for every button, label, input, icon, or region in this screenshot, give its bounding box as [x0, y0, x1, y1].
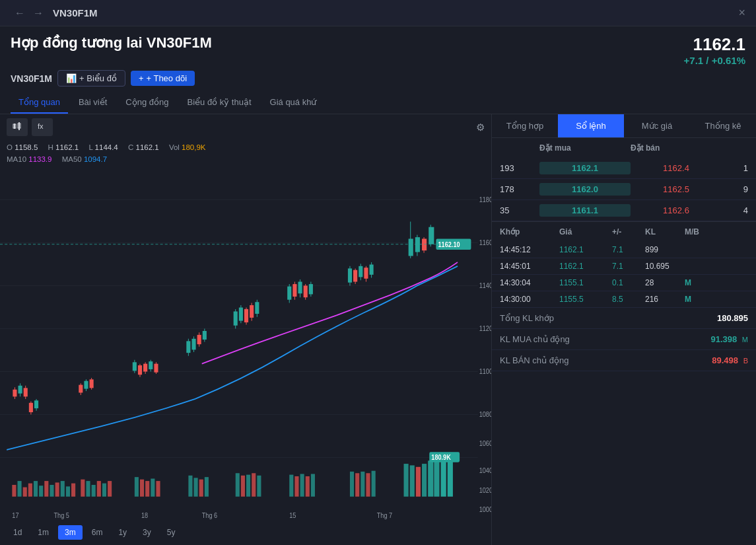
svg-text:180.9K: 180.9K: [431, 453, 451, 461]
svg-rect-111: [86, 481, 90, 497]
tab-giaquakhu[interactable]: Giá quá khứ: [262, 92, 325, 114]
svg-text:Thg 7: Thg 7: [377, 511, 393, 519]
theodoi-button[interactable]: + + Theo dõi: [131, 71, 195, 86]
ob-header: Đặt mua Đặt bán: [492, 138, 756, 158]
svg-rect-141: [410, 465, 415, 496]
close-button[interactable]: ×: [738, 6, 745, 20]
svg-text:15: 15: [289, 511, 296, 519]
ob-sell-1[interactable]: 1162.4: [631, 163, 722, 173]
svg-rect-142: [416, 467, 421, 497]
ob-buy-2[interactable]: 1162.0: [539, 183, 631, 196]
svg-rect-27: [24, 388, 28, 396]
trade-price-1: 1162.1: [559, 245, 612, 254]
svg-rect-31: [34, 400, 38, 408]
trade-row: 14:30:04 1155.1 0.1 28 M: [492, 275, 756, 291]
svg-rect-99: [17, 481, 21, 497]
time-1y[interactable]: 1y: [112, 525, 133, 540]
right-tab-tonghop[interactable]: Tổng hợp: [492, 114, 558, 137]
time-3m[interactable]: 3m: [58, 525, 83, 540]
svg-rect-35: [84, 381, 88, 388]
svg-rect-41: [138, 365, 142, 375]
tab-baiviet[interactable]: Bài viết: [71, 92, 115, 114]
time-1d[interactable]: 1d: [7, 525, 28, 540]
svg-text:Thg 5: Thg 5: [54, 511, 70, 519]
svg-rect-33: [79, 384, 83, 392]
svg-rect-98: [12, 485, 16, 497]
ob-sell-2[interactable]: 1162.5: [631, 184, 722, 194]
forward-button[interactable]: →: [29, 7, 48, 19]
time-5y[interactable]: 5y: [160, 525, 182, 540]
time-1m[interactable]: 1m: [31, 525, 55, 540]
top-bar: ← → VN30F1M ×: [0, 0, 756, 26]
bieudo-button[interactable]: 📊 + Biểu đồ: [57, 70, 125, 87]
ohlc-high: 1162.1: [55, 143, 79, 151]
svg-rect-126: [241, 476, 245, 497]
svg-rect-137: [361, 472, 364, 497]
svg-text:1100.00: 1100.00: [479, 367, 491, 375]
trade-price-2: 1162.1: [559, 262, 612, 271]
right-tab-soLenh[interactable]: Sổ lệnh: [558, 114, 624, 137]
tab-tongquan[interactable]: Tổng quan: [11, 92, 68, 114]
ob-buy-3[interactable]: 1161.1: [539, 204, 631, 217]
trade-vol-4: 216: [645, 295, 685, 304]
svg-rect-39: [133, 362, 137, 371]
ob-buy-1[interactable]: 1162.1: [539, 162, 631, 174]
back-button[interactable]: ←: [11, 7, 29, 19]
tab-bieudo[interactable]: Biểu đồ kỹ thuật: [180, 92, 259, 114]
ohlc-open: 1158.5: [15, 143, 38, 151]
svg-rect-119: [151, 478, 155, 496]
ohlc-low: 1144.4: [95, 143, 118, 151]
summary-label-ban: KL BÁN chủ động: [500, 355, 568, 365]
info-header: Hợp đồng tương lai VN30F1M 1162.1 +7.1 /…: [0, 26, 756, 66]
chart-canvas[interactable]: 1180.00 1160.00 1140.00 1120.00 1100.00 …: [0, 168, 491, 520]
svg-rect-117: [140, 479, 144, 496]
svg-rect-23: [13, 389, 17, 396]
nav-tabs: Tổng quan Bài viết Cộng đồng Biểu đồ kỹ …: [0, 92, 756, 114]
svg-rect-59: [239, 307, 243, 320]
svg-rect-75: [309, 284, 313, 294]
svg-text:1162.10: 1162.10: [438, 241, 460, 249]
summary-val-total: 180.895: [717, 313, 748, 323]
content-area: fx ⚙ O 1158.5 H 1162.1 L 1144.4 C 1162.1…: [0, 114, 756, 545]
right-panel: Tổng hợp Sổ lệnh Mức giá Thống kê Đặt mu…: [492, 114, 756, 545]
svg-rect-115: [108, 481, 112, 497]
ohlc-vol: 180,9K: [182, 143, 205, 151]
svg-rect-112: [92, 485, 96, 497]
tab-congdong[interactable]: Cộng đồng: [118, 92, 176, 114]
svg-rect-139: [372, 470, 376, 496]
ohlc-close: 1162.1: [135, 143, 158, 151]
settings-icon[interactable]: ⚙: [476, 122, 485, 133]
svg-rect-89: [415, 237, 420, 252]
ob-sell-3[interactable]: 1162.6: [631, 205, 722, 215]
svg-rect-107: [61, 481, 65, 497]
svg-rect-140: [404, 464, 409, 497]
time-3y[interactable]: 3y: [136, 525, 158, 540]
svg-rect-118: [145, 481, 149, 497]
svg-rect-103: [39, 486, 43, 497]
price-area: 1162.1 +7.1 / +0.61%: [684, 34, 745, 66]
time-buttons: 1d 1m 3m 6m 1y 3y 5y: [0, 520, 491, 545]
time-6m[interactable]: 6m: [85, 525, 110, 540]
ob-qty-right-2: 9: [722, 184, 748, 194]
svg-rect-130: [289, 474, 293, 496]
summary-kl-ban: KL BÁN chủ động 89.498 B: [492, 350, 756, 371]
svg-rect-69: [292, 284, 296, 297]
svg-rect-55: [203, 331, 207, 340]
summary-label-mua: KL MUA chủ động: [500, 334, 570, 344]
candlestick-btn[interactable]: [7, 118, 28, 136]
ob-qty-right-3: 4: [722, 205, 748, 215]
right-tab-mucgia[interactable]: Mức giá: [624, 114, 690, 137]
ob-qty-left-2: 178: [500, 184, 539, 194]
svg-text:Thg 6: Thg 6: [202, 511, 218, 519]
fx-btn[interactable]: fx: [32, 118, 53, 136]
svg-rect-120: [156, 481, 160, 497]
right-tab-thongke[interactable]: Thống kê: [690, 114, 756, 137]
trade-list-header: Khớp Giá +/- KL M/B: [492, 221, 756, 242]
svg-rect-43: [143, 363, 147, 371]
summary-kl-mua-val: 91.398 M: [710, 334, 748, 344]
summary-kl-ban-val: 89.498 B: [712, 355, 748, 365]
svg-rect-91: [422, 238, 427, 250]
trade-time-1: 14:45:12: [500, 245, 559, 254]
svg-rect-67: [287, 286, 291, 299]
svg-rect-79: [353, 270, 357, 282]
